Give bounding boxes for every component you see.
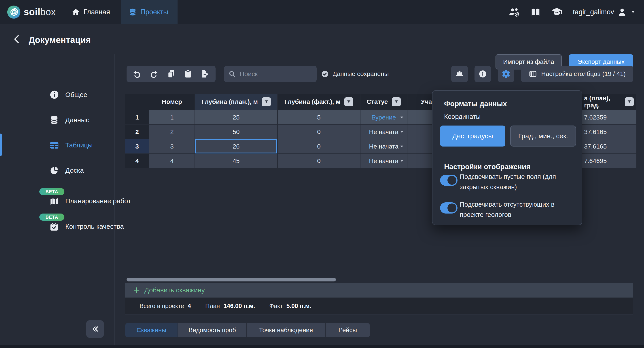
paste-icon[interactable] <box>183 69 193 79</box>
toggle-highlight-missing-geologists[interactable] <box>440 202 458 213</box>
cell-status[interactable]: Бурение <box>360 110 407 124</box>
filter-icon[interactable] <box>344 97 353 106</box>
settings-button[interactable] <box>498 66 514 82</box>
sidebar-item-data[interactable]: Данные <box>0 113 114 127</box>
page-title: Документация <box>28 35 91 45</box>
search-icon <box>228 70 236 78</box>
columns-icon <box>528 70 537 78</box>
sheet-tabs: Скважины Ведомость проб Точки наблюдения… <box>125 323 370 337</box>
sidebar-item-label: Таблицы <box>65 141 93 149</box>
filter-icon[interactable] <box>625 97 634 106</box>
table-icon <box>49 140 60 150</box>
helmet-icon <box>455 69 464 78</box>
dms-button[interactable]: Град., мин., сек. <box>510 126 576 147</box>
column-header-label: Статус <box>367 98 388 105</box>
top-navbar: soilbox Главная Проекты <box>0 0 644 24</box>
sidebar-collapse-button[interactable] <box>86 320 104 338</box>
cell-depth-plan[interactable]: 25 <box>195 110 277 124</box>
nav-tab-projects-label: Проекты <box>140 8 168 16</box>
filter-icon[interactable] <box>262 97 271 106</box>
toggle-label: Подсвечивать пустые поля (для закрытых с… <box>460 172 567 192</box>
logo[interactable]: soilbox <box>7 0 56 24</box>
cell-depth-plan[interactable]: 45 <box>195 154 277 168</box>
summary-plan-label: План <box>205 303 220 310</box>
row-number-cell[interactable]: 2 <box>125 125 149 139</box>
map-icon <box>49 196 59 206</box>
sidebar-item-board[interactable]: Доска <box>0 163 114 177</box>
cell-number[interactable]: 2 <box>149 125 194 139</box>
nav-tab-home[interactable]: Главная <box>64 0 118 24</box>
horizontal-scrollbar[interactable] <box>126 278 336 281</box>
check-circle-icon <box>321 70 329 78</box>
column-header-number[interactable]: Номер <box>149 94 194 110</box>
copy-icon[interactable] <box>166 69 176 79</box>
column-header-depth-plan[interactable]: Глубина (план.), м <box>195 94 277 110</box>
row-number-cell[interactable]: 1 <box>125 110 149 124</box>
tab-trips[interactable]: Рейсы <box>326 323 370 337</box>
cell-depth-fact[interactable]: 0 <box>278 125 360 139</box>
redo-icon[interactable] <box>149 69 159 79</box>
cell-number[interactable]: 3 <box>149 139 194 154</box>
columns-settings-label: Настройка столбцов (19 / 41) <box>541 70 626 77</box>
cell-status[interactable]: Не начата <box>360 139 407 154</box>
cell-depth-fact[interactable]: 5 <box>278 110 360 124</box>
active-item-indicator <box>0 134 2 156</box>
sidebar-item-planning[interactable]: BETA Планирование работ <box>0 194 114 208</box>
cell-status[interactable]: Не начата <box>360 154 407 168</box>
book-icon[interactable] <box>530 7 541 17</box>
status-value: Не начата <box>369 128 398 136</box>
columns-settings-button[interactable]: Настройка столбцов (19 / 41) <box>521 66 633 82</box>
cell-depth-plan-selected[interactable]: 26 <box>195 139 277 154</box>
graduation-cap-icon[interactable] <box>551 6 562 18</box>
column-header-depth-fact[interactable]: Глубина (факт.), м <box>278 94 360 110</box>
navbar-right: tagir_galimov <box>508 0 636 24</box>
nav-tab-projects[interactable]: Проекты <box>121 0 178 24</box>
helmet-button[interactable] <box>451 66 468 82</box>
tab-samples[interactable]: Ведомость проб <box>178 323 246 337</box>
saved-status-label: Данные сохранены <box>333 70 389 77</box>
dropdown-caret-icon[interactable] <box>399 144 404 149</box>
database-icon <box>49 115 59 125</box>
search-input[interactable] <box>239 70 324 78</box>
tab-wells[interactable]: Скважины <box>125 323 178 337</box>
add-well-button[interactable]: Добавить скважину <box>125 283 633 298</box>
search-box <box>224 66 317 82</box>
sidebar-item-quality[interactable]: BETA Контроль качества <box>0 219 114 234</box>
users-gear-icon[interactable] <box>508 6 520 18</box>
dropdown-caret-icon[interactable] <box>399 115 404 120</box>
data-formats-popup: Форматы данных Координаты Дес. градусы Г… <box>432 90 582 225</box>
export-file-icon[interactable] <box>200 69 210 79</box>
home-icon <box>72 8 80 16</box>
dropdown-caret-icon[interactable] <box>399 130 404 135</box>
cell-depth-plan[interactable]: 50 <box>195 125 277 139</box>
sidebar-item-general[interactable]: Общее <box>0 88 114 102</box>
popup-title: Форматы данных <box>444 100 507 108</box>
back-button[interactable] <box>12 34 22 44</box>
logo-text: soilbox <box>24 7 56 17</box>
toggle-highlight-empty-fields[interactable] <box>440 175 458 186</box>
cell-number[interactable]: 4 <box>149 154 194 168</box>
corner-header-cell[interactable] <box>125 94 149 110</box>
column-header-label: Глубина (план.), м <box>202 98 258 105</box>
undo-icon[interactable] <box>132 69 142 79</box>
tab-observation-points[interactable]: Точки наблюдения <box>247 323 325 337</box>
sidebar-item-tables[interactable]: Таблицы <box>0 138 114 152</box>
row-number-cell[interactable]: 4 <box>125 154 149 168</box>
logo-icon <box>7 5 21 19</box>
user-menu[interactable]: tagir_galimov <box>573 7 636 17</box>
collapse-icon <box>90 324 100 334</box>
sidebar-item-label: Общее <box>65 91 87 99</box>
decimal-degrees-button[interactable]: Дес. градусы <box>440 126 505 147</box>
plus-icon <box>133 286 140 294</box>
cell-depth-fact[interactable]: 0 <box>278 154 360 168</box>
row-number-cell[interactable]: 3 <box>125 139 149 154</box>
cell-number[interactable]: 1 <box>149 110 194 124</box>
column-header-status[interactable]: Статус <box>360 94 407 110</box>
chevron-down-icon <box>630 9 636 15</box>
dropdown-caret-icon[interactable] <box>399 159 404 164</box>
cell-depth-fact[interactable]: 0 <box>278 139 360 154</box>
username: tagir_galimov <box>573 8 614 16</box>
cell-status[interactable]: Не начата <box>360 125 407 139</box>
info-button[interactable] <box>474 66 491 82</box>
filter-icon[interactable] <box>392 97 401 106</box>
